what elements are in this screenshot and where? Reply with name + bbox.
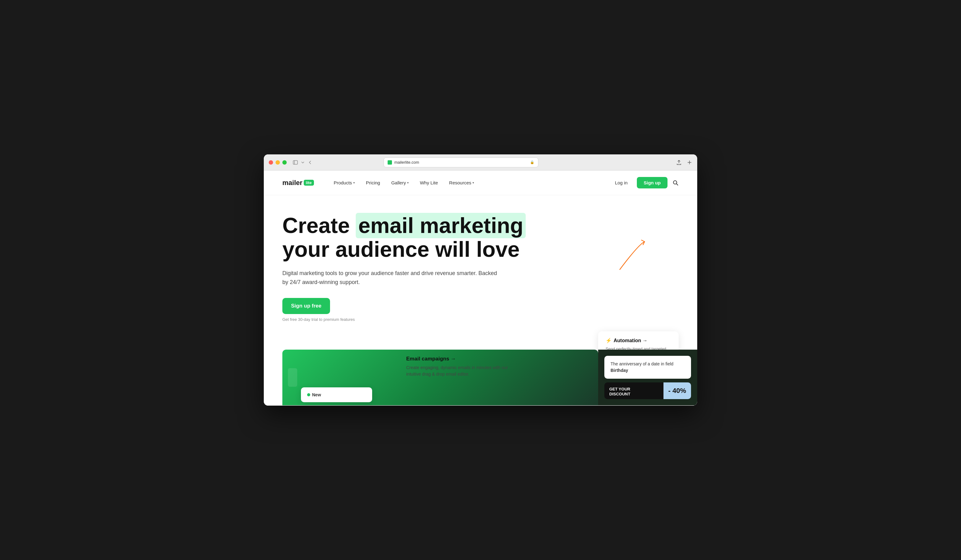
traffic-lights xyxy=(269,160,287,165)
navigation: mailer lite Products ▾ Pricing Gallery ▾… xyxy=(264,170,697,195)
email-campaigns-title: Email campaigns → xyxy=(406,356,517,362)
gallery-chevron-icon: ▾ xyxy=(407,181,409,185)
chevron-down-icon xyxy=(301,160,305,165)
nav-item-why-lite[interactable]: Why Lite xyxy=(416,178,442,188)
hero-title: Create email marketing your audience wil… xyxy=(282,214,530,262)
minimize-button[interactable] xyxy=(276,160,280,165)
website-content: mailer lite Products ▾ Pricing Gallery ▾… xyxy=(264,170,697,406)
browser-titlebar: mailerlite.com 🔒 xyxy=(264,154,697,170)
green-bg-section: Email campaigns → Create engaging, dynam… xyxy=(282,350,598,405)
discount-right-text: - 40% xyxy=(669,387,686,395)
resources-chevron-icon: ▾ xyxy=(472,181,474,185)
nav-item-resources[interactable]: Resources ▾ xyxy=(445,178,479,188)
nav-item-products[interactable]: Products ▾ xyxy=(329,178,359,188)
nav-label-pricing: Pricing xyxy=(366,180,380,185)
discount-right: - 40% xyxy=(664,382,691,399)
discount-left-text: GET YOURDISCOUNT xyxy=(609,387,630,396)
products-chevron-icon: ▾ xyxy=(353,181,355,185)
email-campaigns-desc: Create engaging, dynamic emails in minut… xyxy=(406,364,517,377)
browser-window: mailerlite.com 🔒 mailer lite Products xyxy=(264,154,697,406)
arrow-decoration xyxy=(614,239,651,276)
automation-title-text: Automation → xyxy=(614,338,648,343)
browser-controls xyxy=(293,160,313,165)
logo-text: mailer xyxy=(282,179,302,187)
share-icon[interactable] xyxy=(676,160,682,165)
login-button[interactable]: Log in xyxy=(611,178,632,188)
address-bar[interactable]: mailerlite.com 🔒 xyxy=(384,157,538,167)
bottom-section: Email campaigns → Create engaging, dynam… xyxy=(264,350,697,405)
maximize-button[interactable] xyxy=(282,160,287,165)
anniversary-card: The anniversary of a date in field Birth… xyxy=(604,356,691,379)
title-highlight: email marketing xyxy=(356,213,526,238)
hero-subtitle: Digital marketing tools to grow your aud… xyxy=(282,269,499,287)
nav-label-products: Products xyxy=(334,180,352,185)
search-icon[interactable] xyxy=(672,180,679,186)
new-badge-card: New xyxy=(301,387,372,402)
new-badge: New xyxy=(307,392,366,397)
nav-actions: Log in Sign up xyxy=(611,177,679,188)
sidebar-panel-icon xyxy=(288,368,297,387)
automation-icon: ⚡ xyxy=(606,337,612,343)
title-prefix: Create xyxy=(282,213,356,237)
new-dot-icon xyxy=(307,393,310,396)
svg-point-4 xyxy=(673,181,677,184)
anniversary-text-before: The anniversary of a date in field xyxy=(611,361,673,366)
url-text: mailerlite.com xyxy=(394,160,527,165)
bottom-right-panel: The anniversary of a date in field Birth… xyxy=(598,350,697,405)
site-favicon xyxy=(387,160,392,165)
new-label: New xyxy=(312,392,321,397)
signup-button[interactable]: Sign up xyxy=(637,177,667,188)
sidebar-toggle-icon[interactable] xyxy=(293,160,298,165)
cta-note: Get free 30-day trial to premium feature… xyxy=(282,317,679,322)
automation-card-title: ⚡ Automation → xyxy=(606,337,671,343)
discount-left: GET YOURDISCOUNT xyxy=(604,382,664,399)
anniversary-text-bold: Birthday xyxy=(611,368,628,373)
hero-section: Create email marketing your audience wil… xyxy=(264,195,697,350)
nav-label-resources: Resources xyxy=(449,180,471,185)
cta-signup-button[interactable]: Sign up free xyxy=(282,298,330,314)
nav-item-pricing[interactable]: Pricing xyxy=(362,178,384,188)
svg-line-5 xyxy=(677,184,678,185)
discount-card: GET YOURDISCOUNT - 40% xyxy=(604,382,691,399)
browser-actions xyxy=(676,160,692,165)
nav-menu: Products ▾ Pricing Gallery ▾ Why Lite Re… xyxy=(329,178,611,188)
lock-icon: 🔒 xyxy=(530,160,534,164)
logo-badge: lite xyxy=(304,180,314,186)
email-campaigns-title-text: Email campaigns → xyxy=(406,356,456,362)
close-button[interactable] xyxy=(269,160,273,165)
new-tab-icon[interactable] xyxy=(687,160,692,165)
svg-rect-0 xyxy=(293,160,297,164)
nav-label-why-lite: Why Lite xyxy=(420,180,438,185)
title-suffix: your audience will love xyxy=(282,237,519,262)
logo[interactable]: mailer lite xyxy=(282,179,314,187)
email-campaigns-card: Email campaigns → Create engaging, dynam… xyxy=(406,356,517,377)
hero-cta: Sign up free Get free 30-day trial to pr… xyxy=(282,298,679,322)
nav-item-gallery[interactable]: Gallery ▾ xyxy=(387,178,413,188)
nav-label-gallery: Gallery xyxy=(391,180,406,185)
back-icon[interactable] xyxy=(308,160,313,165)
